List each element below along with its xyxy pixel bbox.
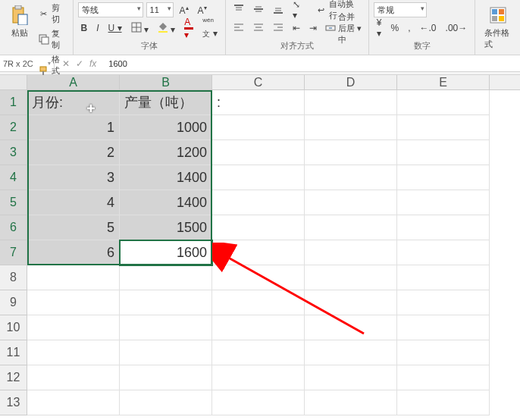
cell-D9[interactable]: [305, 290, 397, 315]
cell-C12[interactable]: [212, 365, 305, 390]
cell-D4[interactable]: [305, 165, 397, 190]
cell-C10[interactable]: [212, 315, 305, 340]
cell-A3[interactable]: 2: [27, 140, 120, 165]
cell-D3[interactable]: [305, 140, 397, 165]
cell-E5[interactable]: [397, 190, 490, 215]
align-right-button[interactable]: [270, 20, 287, 36]
cell-E2[interactable]: [397, 115, 490, 140]
orientation-button[interactable]: ⤡ ▾: [290, 0, 310, 22]
cell-E8[interactable]: [397, 265, 490, 290]
cell-D1[interactable]: [305, 90, 397, 115]
cell-B4[interactable]: 1400: [120, 165, 212, 190]
cell-E9[interactable]: [397, 290, 490, 315]
cell-B12[interactable]: [120, 365, 212, 390]
cell-D12[interactable]: [305, 365, 397, 390]
col-header-D[interactable]: D: [305, 75, 397, 89]
fx-button[interactable]: fx: [89, 58, 96, 69]
cell-B6[interactable]: 1500: [120, 215, 212, 240]
cut-button[interactable]: ✂ 剪切: [36, 2, 68, 26]
cell-B1[interactable]: 产量（吨）: [120, 90, 212, 115]
cell-A7[interactable]: 6: [27, 240, 120, 265]
cell-D6[interactable]: [305, 215, 397, 240]
cell-E1[interactable]: [397, 90, 490, 115]
decrease-indent-button[interactable]: ⇤: [290, 21, 303, 35]
font-name-dropdown[interactable]: 等线: [78, 2, 143, 17]
cell-E11[interactable]: [397, 340, 490, 365]
cell-B8[interactable]: [120, 265, 212, 290]
cell-D11[interactable]: [305, 340, 397, 365]
cell-D5[interactable]: [305, 190, 397, 215]
cell-C2[interactable]: [212, 115, 305, 140]
cell-D7[interactable]: [305, 240, 397, 265]
increase-indent-button[interactable]: ⇥: [306, 21, 320, 35]
cell-E7[interactable]: [397, 240, 490, 265]
name-box[interactable]: 7R x 2C: [0, 58, 55, 70]
cell-D13[interactable]: [305, 390, 397, 415]
cell-A12[interactable]: [27, 365, 120, 390]
fill-color-button[interactable]: ▾: [155, 20, 178, 36]
cell-A8[interactable]: [27, 265, 120, 290]
cell-C1[interactable]: :: [212, 90, 305, 115]
row-header-6[interactable]: 6: [0, 215, 27, 240]
currency-button[interactable]: ¥ ▾: [374, 16, 385, 40]
cell-E3[interactable]: [397, 140, 490, 165]
cell-C3[interactable]: [212, 140, 305, 165]
cell-A6[interactable]: 5: [27, 215, 120, 240]
cell-C8[interactable]: [212, 265, 305, 290]
font-color-button[interactable]: A ▾: [181, 15, 196, 42]
font-size-dropdown[interactable]: 11: [146, 2, 174, 17]
cell-B9[interactable]: [120, 290, 212, 315]
copy-button[interactable]: 复制: [36, 27, 68, 52]
cell-D2[interactable]: [305, 115, 397, 140]
cell-A4[interactable]: 3: [27, 165, 120, 190]
cell-C5[interactable]: [212, 190, 305, 215]
align-top-button[interactable]: [230, 2, 247, 18]
cancel-formula-button[interactable]: ✕: [62, 58, 70, 69]
cell-C4[interactable]: [212, 165, 305, 190]
cell-C6[interactable]: [212, 215, 305, 240]
row-header-13[interactable]: 13: [0, 390, 27, 415]
select-all-corner[interactable]: [0, 75, 27, 89]
increase-decimal-button[interactable]: ←.0: [417, 21, 440, 35]
cell-A9[interactable]: [27, 290, 120, 315]
row-header-10[interactable]: 10: [0, 315, 27, 340]
percent-button[interactable]: %: [388, 21, 403, 35]
cell-E10[interactable]: [397, 315, 490, 340]
col-header-A[interactable]: A: [27, 75, 120, 89]
cell-B10[interactable]: [120, 315, 212, 340]
bold-button[interactable]: B: [78, 21, 91, 35]
cell-A11[interactable]: [27, 340, 120, 365]
cell-E4[interactable]: [397, 165, 490, 190]
comma-button[interactable]: ,: [405, 21, 413, 35]
cell-A1[interactable]: 月份:: [27, 90, 120, 115]
row-header-12[interactable]: 12: [0, 365, 27, 390]
row-header-9[interactable]: 9: [0, 290, 27, 315]
cell-D10[interactable]: [305, 315, 397, 340]
underline-button[interactable]: U ▾: [105, 21, 125, 35]
border-button[interactable]: ▾: [128, 20, 152, 36]
row-header-7[interactable]: 7: [0, 240, 27, 265]
row-header-1[interactable]: 1: [0, 90, 27, 115]
formula-input[interactable]: 1600: [104, 58, 520, 70]
enter-formula-button[interactable]: ✓: [76, 58, 83, 69]
cell-C11[interactable]: [212, 340, 305, 365]
row-header-8[interactable]: 8: [0, 265, 27, 290]
phonetic-button[interactable]: wén文 ▾: [199, 15, 220, 41]
row-header-3[interactable]: 3: [0, 140, 27, 165]
row-header-2[interactable]: 2: [0, 115, 27, 140]
col-header-B[interactable]: B: [120, 75, 212, 89]
cell-C13[interactable]: [212, 390, 305, 415]
align-center-button[interactable]: [250, 20, 267, 36]
conditional-format-button[interactable]: 条件格式: [480, 2, 515, 53]
cell-B13[interactable]: [120, 390, 212, 415]
cell-A2[interactable]: 1: [27, 115, 120, 140]
align-bottom-button[interactable]: [270, 2, 287, 18]
cell-B5[interactable]: 1400: [120, 190, 212, 215]
cell-A13[interactable]: [27, 390, 120, 415]
cell-E12[interactable]: [397, 365, 490, 390]
cell-C9[interactable]: [212, 290, 305, 315]
align-middle-button[interactable]: [250, 2, 267, 18]
row-header-4[interactable]: 4: [0, 165, 27, 190]
number-format-dropdown[interactable]: 常规: [374, 2, 427, 17]
cell-D8[interactable]: [305, 265, 397, 290]
